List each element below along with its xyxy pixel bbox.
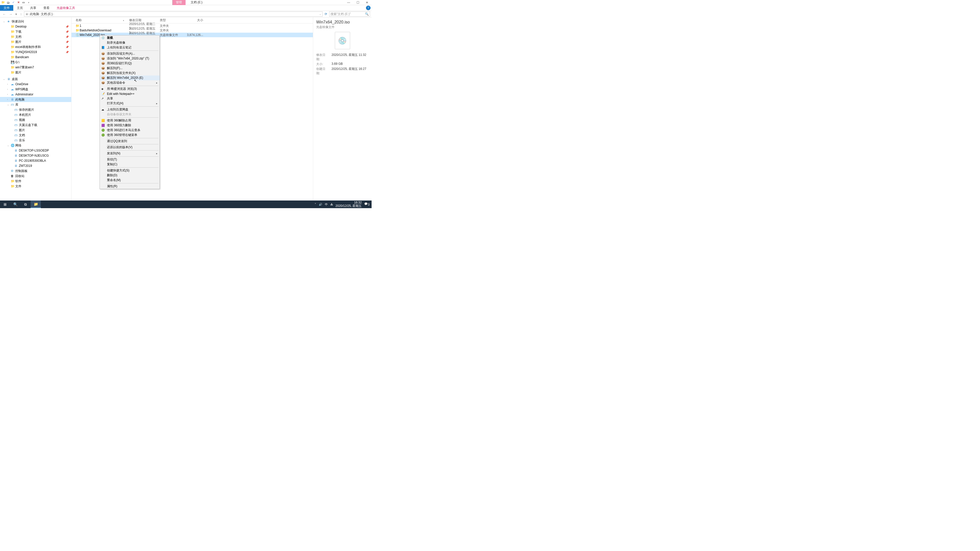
tree-item[interactable]: 💾G:\ xyxy=(0,60,71,65)
search-input[interactable]: 搜索"文档 (E:)" 🔍 xyxy=(329,11,370,17)
context-menu-item[interactable]: 还原以前的版本(V) xyxy=(100,145,159,150)
tray-chevron-icon[interactable]: ˄ xyxy=(315,203,316,206)
tree-item[interactable]: 📁图片📌 xyxy=(0,39,71,44)
file-row[interactable]: 📁12020/12/15, 星期二 1...文件夹 xyxy=(72,24,313,28)
folder-icon[interactable]: 📁 xyxy=(1,0,5,5)
address-dropdown-icon[interactable]: ⌄ xyxy=(319,13,321,15)
explorer-taskbar-icon[interactable]: 📁 xyxy=(30,200,41,208)
context-menu-item[interactable]: 🟢使用 360进行木马云查杀 xyxy=(100,128,159,133)
tree-item[interactable]: 🗃天翼云盘下载 xyxy=(0,122,71,127)
clock[interactable]: 16:32 2020/12/25, 星期五 xyxy=(336,201,362,208)
context-menu-item[interactable]: 打开方式(H)▸ xyxy=(100,101,159,106)
tree-item[interactable]: 🖥PC-20190530OBLA xyxy=(0,158,71,163)
system-tray[interactable]: ˄ 🔊 中 🖧 16:32 2020/12/25, 星期五 💬3 xyxy=(315,201,372,208)
explorer-icon[interactable]: 🗂 xyxy=(6,0,10,5)
tree-control-panel[interactable]: ⚙控制面板 xyxy=(0,168,71,173)
file-row[interactable]: 📁BaiduNetdiskDownload2020/12/25, 星期五 1..… xyxy=(72,28,313,33)
task-view-button[interactable]: ⧉ xyxy=(21,200,30,208)
tree-item[interactable]: ›☁WPS网盘 xyxy=(0,87,71,92)
tree-item[interactable]: 📁下载📌 xyxy=(0,29,71,34)
chevron-right-icon[interactable]: › xyxy=(40,13,40,15)
breadcrumb[interactable]: 🖥 › 此电脑 › 文档 (E:) › ⌄ xyxy=(24,11,323,17)
qat-dropdown-icon[interactable]: ▾ xyxy=(27,0,30,5)
tree-item[interactable]: 📁文档📌 xyxy=(0,34,71,39)
col-size[interactable]: 大小 xyxy=(185,18,208,22)
tree-libraries[interactable]: ⌄🗃库 xyxy=(0,102,71,107)
tree-folder[interactable]: 📁文件 xyxy=(0,184,71,189)
ime-indicator[interactable]: 中 xyxy=(325,203,328,206)
forward-button[interactable]: → xyxy=(8,12,13,16)
tree-item[interactable]: 🗃本机照片 xyxy=(0,112,71,118)
tree-quick-access[interactable]: ⌄★快速访问 xyxy=(0,19,71,24)
context-menu-item[interactable]: ↗共享 xyxy=(100,96,159,101)
ribbon-tab-share[interactable]: 共享 xyxy=(27,5,40,11)
contextual-tab[interactable]: 管理 xyxy=(172,0,186,5)
start-button[interactable]: ⊞ xyxy=(0,200,10,208)
tree-network[interactable]: ⌄🌐网络 xyxy=(0,143,71,148)
refresh-icon[interactable]: ⟳ xyxy=(324,12,328,16)
context-menu-item[interactable]: 重命名(M) xyxy=(100,178,159,183)
tree-this-pc[interactable]: ›🖥此电脑 xyxy=(0,97,71,102)
context-menu-item[interactable]: 创建快捷方式(S) xyxy=(100,168,159,173)
tree-desktop[interactable]: ⌄🖥桌面 xyxy=(0,76,71,82)
context-menu-item[interactable]: 📦解压到当前文件夹(X) xyxy=(100,71,159,76)
tree-folder[interactable]: 📁软件 xyxy=(0,179,71,184)
back-button[interactable]: ← xyxy=(2,12,7,16)
context-menu-item[interactable]: 🟢使用 360管理右键菜单 xyxy=(100,133,159,138)
ribbon-tab-view[interactable]: 查看 xyxy=(40,5,53,11)
tree-item[interactable]: 📁Desktop📌 xyxy=(0,24,71,29)
delete-icon[interactable]: ✕ xyxy=(16,0,21,5)
history-dropdown[interactable]: ▾ xyxy=(14,12,18,16)
tree-item[interactable]: ›☁Administrator xyxy=(0,92,71,97)
taskbar[interactable]: ⊞ 🔍 ⧉ 📁 ˄ 🔊 中 🖧 16:32 2020/12/25, 星期五 💬3 xyxy=(0,200,372,208)
tree-item[interactable]: 📁图片 xyxy=(0,70,71,75)
tree-item[interactable]: ›☁OneDrive xyxy=(0,82,71,87)
context-menu-item[interactable]: 📦解压到(F)... xyxy=(100,66,159,71)
context-menu-item[interactable]: 📦其他压缩命令▸ xyxy=(100,80,159,85)
context-menu-item[interactable]: 💿装载 xyxy=(100,35,159,40)
context-menu-item[interactable]: 复制(C) xyxy=(100,162,159,167)
context-menu-item[interactable]: 📦用360压缩打开(Q) xyxy=(100,61,159,66)
tree-recycle-bin[interactable]: 🗑回收站 xyxy=(0,173,71,179)
tree-item[interactable]: 📁win7重装win7 xyxy=(0,65,71,70)
ribbon-tab-file[interactable]: 文件 xyxy=(0,5,13,11)
context-menu-item[interactable]: 📦添加到压缩文件(A)... xyxy=(100,51,159,56)
context-menu-item[interactable]: 📘上传到有道云笔记 xyxy=(100,45,159,50)
tree-item[interactable]: 🗃音乐 xyxy=(0,138,71,143)
context-menu-item[interactable]: 属性(R) xyxy=(100,184,159,189)
tree-item[interactable]: 🗃视频 xyxy=(0,118,71,122)
volume-icon[interactable]: 🔊 xyxy=(319,203,322,206)
tree-item[interactable]: 🖥ZMT2019 xyxy=(0,163,71,168)
context-menu-item[interactable]: ☁上传到百度网盘 xyxy=(100,107,159,112)
context-menu-item[interactable]: 发送到(N)▸ xyxy=(100,151,159,156)
network-icon[interactable]: 🖧 xyxy=(330,203,333,206)
action-center-icon[interactable]: 💬3 xyxy=(364,202,369,206)
breadcrumb-part[interactable]: 文档 (E:) xyxy=(41,12,53,16)
search-icon[interactable]: 🔍 xyxy=(365,12,369,16)
minimize-button[interactable]: — xyxy=(344,0,353,5)
tree-item[interactable]: 📁excel表格制作求和📌 xyxy=(0,44,71,49)
tree-item[interactable]: 🖥DESKTOP-NJEU3CG xyxy=(0,153,71,158)
context-menu-item[interactable]: 剪切(T) xyxy=(100,157,159,162)
help-icon[interactable]: ? xyxy=(366,6,371,10)
tree-item[interactable]: 📁Bandicam xyxy=(0,55,71,60)
tree-item[interactable]: 🗃保存的图片 xyxy=(0,107,71,112)
breadcrumb-part[interactable]: 此电脑 xyxy=(30,12,39,16)
search-button[interactable]: 🔍 xyxy=(10,200,21,208)
properties-icon[interactable]: ✓ xyxy=(11,0,15,5)
up-button[interactable]: ↑ xyxy=(19,12,23,16)
maximize-button[interactable]: ☐ xyxy=(353,0,363,5)
close-button[interactable]: ✕ xyxy=(363,0,372,5)
navigation-tree[interactable]: ⌄★快速访问 📁Desktop📌📁下载📌📁文档📌📁图片📌📁excel表格制作求和… xyxy=(0,17,72,201)
ribbon-tab-home[interactable]: 主页 xyxy=(13,5,27,11)
context-menu-item[interactable]: ◈用 蜂蜜浏览器 浏览(3) xyxy=(100,86,159,91)
tree-item[interactable]: 🖥DESKTOP-LSSOEDP xyxy=(0,148,71,153)
tree-item[interactable]: 📁YUNQISHI2019📌 xyxy=(0,49,71,55)
tree-item[interactable]: 🗃文档 xyxy=(0,133,71,138)
context-menu-item[interactable]: 📦解压到 Win7x64_2020\ (E) xyxy=(100,76,159,80)
chevron-right-icon[interactable]: › xyxy=(29,13,29,15)
context-menu-item[interactable]: 📦添加到 "Win7x64_2020.zip" (T) xyxy=(100,56,159,61)
context-menu-item[interactable]: 通过QQ发送到 xyxy=(100,139,159,144)
col-type[interactable]: 类型 xyxy=(160,18,185,22)
context-menu-item[interactable]: 删除(D) xyxy=(100,173,159,178)
